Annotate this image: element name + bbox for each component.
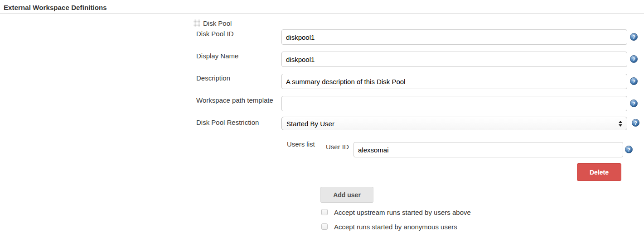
user-id-label: User ID [326, 143, 349, 151]
workspace-path-template-input[interactable] [281, 96, 627, 111]
description-label: Description [196, 74, 230, 82]
page-title: External Workspace Definitions [4, 4, 107, 11]
display-name-label: Display Name [196, 52, 238, 60]
help-icon[interactable]: ? [632, 119, 639, 127]
accept-anonymous-runs-checkbox[interactable] [321, 223, 328, 230]
disk-pool-block-label: Disk Pool [203, 19, 232, 27]
disk-pool-restriction-select[interactable]: Started By User [281, 117, 627, 130]
disk-pool-restriction-label: Disk Pool Restriction [196, 118, 259, 126]
disk-pool-id-input[interactable] [281, 29, 627, 45]
question-glyph: ? [632, 79, 635, 84]
description-input[interactable] [281, 74, 627, 89]
display-name-input[interactable] [281, 52, 627, 67]
select-stepper-arrows-icon [619, 121, 622, 127]
user-id-input[interactable] [353, 142, 623, 157]
help-icon[interactable]: ? [625, 146, 633, 153]
add-user-button[interactable]: Add user [320, 187, 373, 203]
help-icon[interactable]: ? [630, 55, 638, 63]
accept-upstream-runs-label: Accept upstream runs started by users ab… [334, 209, 471, 216]
question-glyph: ? [632, 34, 635, 40]
help-icon[interactable]: ? [630, 100, 638, 107]
question-glyph: ? [632, 57, 635, 62]
users-list-label: Users list [287, 140, 315, 148]
workspace-path-template-label: Workspace path template [196, 96, 273, 104]
help-icon[interactable]: ? [630, 33, 638, 41]
question-glyph: ? [634, 120, 637, 126]
selected-option-text: Started By User [286, 120, 619, 128]
accept-anonymous-runs-label: Accept runs started by anonymous users [334, 223, 457, 231]
section-divider [0, 14, 644, 14]
question-glyph: ? [627, 147, 630, 152]
delete-user-button[interactable]: Delete [577, 163, 621, 181]
question-glyph: ? [632, 101, 635, 106]
disk-pool-id-label: Disk Pool ID [196, 30, 234, 38]
drag-handle-icon[interactable] [194, 19, 200, 27]
help-icon[interactable]: ? [630, 77, 638, 85]
accept-upstream-runs-checkbox[interactable] [321, 209, 328, 215]
